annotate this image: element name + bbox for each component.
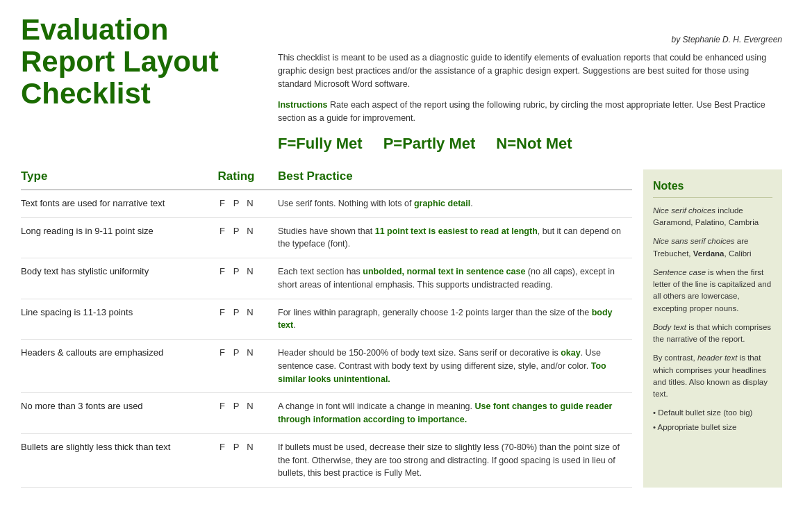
table-row: No more than 3 fonts are used F P N A ch… — [21, 393, 632, 434]
rating-n[interactable]: N — [246, 198, 254, 208]
row-rating-6[interactable]: F P N — [201, 400, 271, 411]
col-practice-header: Best Practice — [271, 169, 632, 183]
note-sans-serif: Nice sans serif choices are Trebuchet, V… — [653, 235, 772, 260]
row-type-3: Body text has stylistic uniformity — [21, 265, 201, 278]
row-practice-3: Each text section has unbolded, normal t… — [271, 265, 632, 292]
rating-f[interactable]: F — [218, 442, 226, 452]
row-rating-2[interactable]: F P N — [201, 225, 271, 236]
rating-p[interactable]: P — [232, 401, 240, 411]
rating-n[interactable]: N — [246, 401, 254, 411]
row-type-2: Long reading is in 9-11 point size — [21, 225, 201, 238]
column-headers: Type Rating Best Practice — [21, 169, 632, 190]
rating-f[interactable]: F — [218, 307, 226, 317]
instructions: Instructions Rate each aspect of the rep… — [278, 99, 782, 125]
byline: by Stephanie D. H. Evergreen — [278, 35, 782, 44]
table-row: Headers & callouts are emphasized F P N … — [21, 340, 632, 393]
rating-f[interactable]: F — [218, 198, 226, 208]
title-block: Evaluation Report Layout Checklist — [21, 14, 257, 110]
note-serif: Nice serif choices include Garamond, Pal… — [653, 205, 772, 229]
row-practice-4: For lines within paragraph, generally ch… — [271, 306, 632, 333]
row-rating-5[interactable]: F P N — [201, 347, 271, 358]
main-title: Evaluation Report Layout Checklist — [21, 14, 257, 110]
table-row: Bullets are slightly less thick than tex… — [21, 434, 632, 488]
note-header-text: By contrast, header text is that which c… — [653, 352, 772, 400]
row-rating-3[interactable]: F P N — [201, 265, 271, 276]
col-type-header: Type — [21, 169, 201, 183]
row-practice-1: Use serif fonts. Nothing with lots of gr… — [271, 197, 632, 210]
row-type-7: Bullets are slightly less thick than tex… — [21, 441, 201, 454]
row-rating-7[interactable]: F P N — [201, 441, 271, 452]
row-practice-6: A change in font will indicate a change … — [271, 400, 632, 426]
row-rating-1[interactable]: F P N — [201, 197, 271, 208]
rating-p[interactable]: P — [232, 266, 240, 276]
intro-block: by Stephanie D. H. Evergreen This checkl… — [278, 14, 782, 153]
rating-n[interactable]: N — [246, 307, 254, 317]
table-row: Line spacing is 11-13 points F P N For l… — [21, 299, 632, 340]
row-practice-2: Studies have shown that 11 point text is… — [271, 225, 632, 251]
rating-p[interactable]: P — [232, 347, 240, 358]
rating-f[interactable]: F — [218, 266, 226, 276]
rating-f[interactable]: F — [218, 347, 226, 358]
notes-header: Notes — [653, 178, 772, 198]
table-row: Body text has stylistic uniformity F P N… — [21, 258, 632, 299]
rating-n[interactable]: N — [246, 226, 254, 236]
rating-p[interactable]: P — [232, 442, 240, 452]
rating-legend: F=Fully Met P=Partly Met N=Not Met — [278, 135, 782, 153]
rating-p[interactable]: P — [232, 307, 240, 317]
intro-body: This checklist is meant to be used as a … — [278, 51, 782, 90]
legend-n: N=Not Met — [496, 135, 572, 153]
list-item: Appropriate bullet size — [653, 422, 772, 433]
main-content: Type Rating Best Practice Text fonts are… — [21, 169, 782, 488]
instructions-body: Rate each aspect of the report using the… — [278, 100, 765, 123]
legend-p: P=Partly Met — [383, 135, 476, 153]
note-sentence-case: Sentence case is when the first letter o… — [653, 267, 772, 315]
rating-f[interactable]: F — [218, 401, 226, 411]
list-item: Default bullet size (too big) — [653, 407, 772, 419]
checklist-area: Type Rating Best Practice Text fonts are… — [21, 169, 632, 488]
row-type-5: Headers & callouts are emphasized — [21, 347, 201, 359]
instructions-label: Instructions — [278, 100, 328, 110]
legend-f: F=Fully Met — [278, 135, 363, 153]
row-practice-5: Header should be 150-200% of body text s… — [271, 347, 632, 385]
rating-f[interactable]: F — [218, 226, 226, 236]
col-rating-header: Rating — [201, 169, 271, 183]
rating-n[interactable]: N — [246, 347, 254, 358]
row-type-4: Line spacing is 11-13 points — [21, 306, 201, 319]
rating-p[interactable]: P — [232, 198, 240, 208]
notes-panel: Notes Nice serif choices include Garamon… — [643, 169, 782, 488]
row-practice-7: If bullets must be used, decrease their … — [271, 441, 632, 480]
bullet-list: Default bullet size (too big) Appropriat… — [653, 407, 772, 433]
rating-p[interactable]: P — [232, 226, 240, 236]
note-body-text: Body text is that which comprises the na… — [653, 322, 772, 346]
row-type-6: No more than 3 fonts are used — [21, 400, 201, 413]
row-type-1: Text fonts are used for narrative text — [21, 197, 201, 210]
table-row: Long reading is in 9-11 point size F P N… — [21, 218, 632, 259]
row-rating-4[interactable]: F P N — [201, 306, 271, 317]
header-section: Evaluation Report Layout Checklist by St… — [21, 14, 782, 153]
table-row: Text fonts are used for narrative text F… — [21, 190, 632, 218]
rating-n[interactable]: N — [246, 442, 254, 452]
rating-n[interactable]: N — [246, 266, 254, 276]
